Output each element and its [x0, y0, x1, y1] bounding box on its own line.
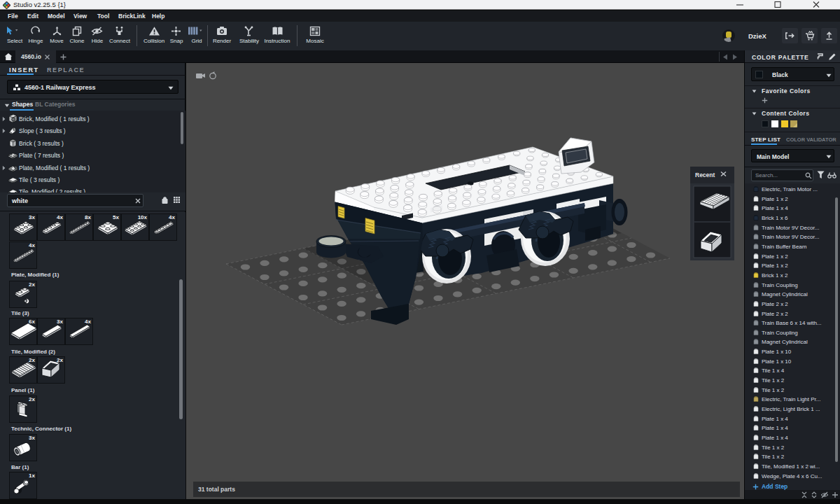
svg-text:Recent: Recent	[695, 172, 715, 178]
svg-text:31 total parts: 31 total parts	[198, 486, 235, 493]
